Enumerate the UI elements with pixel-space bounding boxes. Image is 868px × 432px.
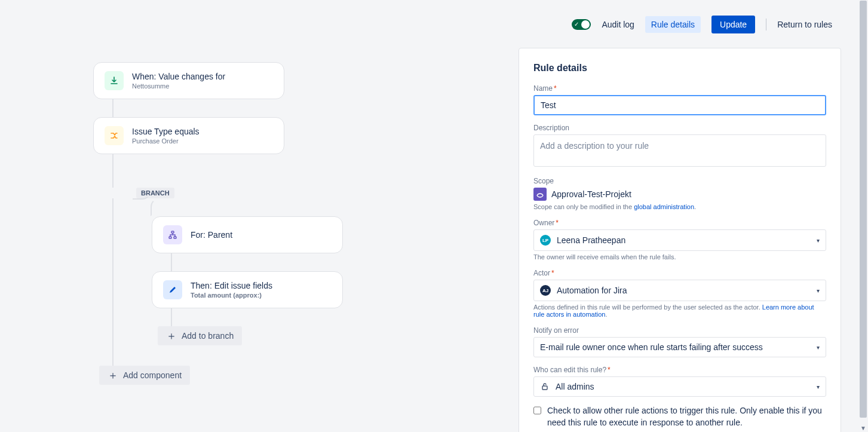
- condition-icon: [105, 126, 124, 145]
- name-label: Name: [533, 84, 553, 93]
- plus-icon: ＋: [108, 371, 118, 379]
- toggle-knob: [581, 20, 590, 29]
- connector: [171, 308, 172, 326]
- project-icon: [533, 188, 547, 201]
- edit-rule-label: Who can edit this rule?: [533, 366, 606, 374]
- connector: [171, 253, 172, 271]
- update-button[interactable]: Update: [711, 16, 755, 33]
- rule-details-panel: Rule details Name* Description Scope App…: [519, 48, 841, 432]
- condition-title: Issue Type equals: [132, 127, 200, 136]
- connector: [112, 154, 114, 188]
- owner-label: Owner: [533, 219, 554, 227]
- name-input[interactable]: [533, 95, 826, 115]
- trigger-title: When: Value changes for: [132, 72, 225, 81]
- branch-for-card[interactable]: For: Parent: [152, 216, 343, 253]
- allow-trigger-label: Check to allow other rule actions to tri…: [547, 405, 826, 428]
- check-icon: ✓: [574, 21, 579, 28]
- vertical-scrollbar[interactable]: ▼: [858, 0, 868, 432]
- trigger-card[interactable]: When: Value changes for Nettosumme: [93, 62, 284, 99]
- edit-rule-select[interactable]: All admins ▾: [533, 376, 826, 397]
- allow-trigger-checkbox[interactable]: [533, 406, 541, 415]
- trigger-icon: [105, 71, 124, 90]
- actor-help-text: Actions defined in this rule will be per…: [533, 304, 762, 311]
- rule-details-tab[interactable]: Rule details: [645, 16, 701, 33]
- scope-project-name: Approval-Test-Projekt: [551, 189, 631, 199]
- return-to-rules-link[interactable]: Return to rules: [777, 20, 832, 29]
- chevron-down-icon: ▾: [817, 384, 820, 390]
- actor-avatar-icon: AJ: [540, 285, 551, 296]
- required-asterisk: *: [608, 366, 611, 374]
- chevron-down-icon: ▾: [817, 344, 820, 351]
- add-to-branch-label: Add to branch: [182, 331, 234, 341]
- condition-card[interactable]: Issue Type equals Purchase Order: [93, 117, 284, 154]
- required-asterisk: *: [554, 84, 557, 93]
- global-admin-link[interactable]: global administration: [634, 203, 694, 210]
- divider: [766, 19, 766, 30]
- branch-icon: [163, 225, 182, 244]
- scope-label: Scope: [533, 177, 554, 185]
- description-label: Description: [533, 124, 569, 132]
- notify-label: Notify on error: [533, 326, 579, 335]
- required-asterisk: *: [551, 269, 554, 277]
- scroll-down-icon: ▼: [860, 425, 866, 431]
- add-component-button[interactable]: ＋ Add component: [99, 366, 190, 385]
- required-asterisk: *: [556, 219, 559, 227]
- add-to-branch-button[interactable]: ＋ Add to branch: [158, 326, 242, 345]
- trigger-subtitle: Nettosumme: [132, 82, 225, 90]
- notify-value: E-mail rule owner once when rule starts …: [540, 342, 763, 352]
- edit-icon: [163, 280, 182, 299]
- action-card[interactable]: Then: Edit issue fields Total amount (ap…: [152, 271, 343, 308]
- condition-subtitle: Purchase Order: [132, 137, 200, 145]
- chevron-down-icon: ▾: [817, 237, 820, 244]
- svg-rect-2: [174, 237, 176, 238]
- scope-help-text: Scope can only be modified in the: [533, 203, 634, 210]
- chevron-down-icon: ▾: [817, 287, 820, 294]
- avatar-icon: LP: [540, 235, 551, 246]
- description-input[interactable]: [533, 134, 826, 167]
- audit-log-link[interactable]: Audit log: [602, 20, 634, 29]
- unlock-icon: [540, 382, 550, 391]
- branch-title: For: Parent: [191, 230, 232, 240]
- notify-select[interactable]: E-mail rule owner once when rule starts …: [533, 337, 826, 357]
- owner-select[interactable]: LP Leena Pratheepan ▾: [533, 229, 826, 251]
- action-title: Then: Edit issue fields: [191, 281, 272, 290]
- panel-title: Rule details: [533, 63, 826, 73]
- scrollbar-thumb[interactable]: [860, 1, 867, 418]
- actor-select[interactable]: AJ Automation for Jira ▾: [533, 280, 826, 301]
- svg-rect-3: [542, 386, 547, 390]
- owner-help-text: The owner will receive emails when the r…: [533, 253, 826, 261]
- edit-rule-value: All admins: [556, 382, 594, 391]
- plus-icon: ＋: [166, 332, 177, 340]
- owner-value: Leena Pratheepan: [557, 235, 625, 245]
- actor-label: Actor: [533, 269, 550, 277]
- svg-rect-0: [171, 231, 174, 233]
- connector: [112, 99, 114, 117]
- add-component-label: Add component: [123, 370, 182, 380]
- rule-enabled-toggle[interactable]: ✓: [572, 19, 591, 30]
- actor-value: Automation for Jira: [557, 286, 627, 295]
- action-subtitle: Total amount (approx:): [191, 292, 272, 299]
- svg-rect-1: [169, 237, 171, 238]
